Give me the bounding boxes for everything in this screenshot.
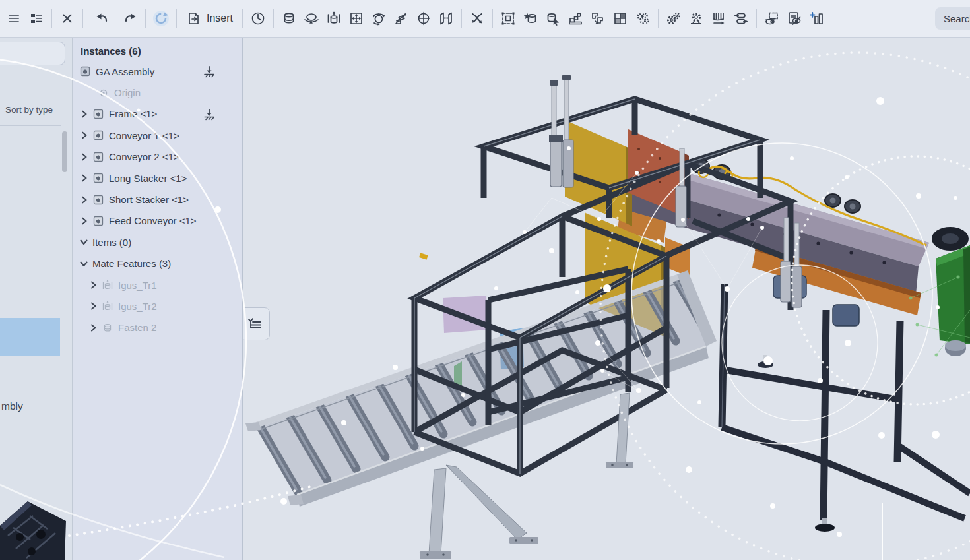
path-relation-icon[interactable]: [466, 5, 488, 32]
revolute-mate-icon[interactable]: [300, 5, 323, 32]
pattern-icon[interactable]: [587, 5, 609, 32]
tree-item-label: Frame <1>: [109, 108, 157, 119]
tree-item-conveyor2[interactable]: Conveyor 2 <1>: [73, 146, 242, 168]
instances-panel: Instances (6) GA Assembly Origin Frame <…: [73, 38, 243, 560]
planar-mate-icon[interactable]: [345, 5, 368, 32]
chevron-down-icon[interactable]: [78, 258, 90, 270]
gears-cluster-icon[interactable]: [631, 5, 654, 32]
chevron-right-icon[interactable]: [78, 172, 90, 184]
mate-item-fasten2[interactable]: Fasten 2: [73, 317, 242, 338]
toolbar-separator: [658, 9, 659, 28]
gear-relation-icon[interactable]: [663, 5, 685, 32]
toolbar-separator: [51, 9, 52, 28]
update-icon[interactable]: [150, 5, 172, 32]
mate-item-label: Igus_Tr1: [118, 280, 157, 291]
tree-item-short-stacker[interactable]: Short Stacker <1>: [73, 189, 242, 210]
toolbar-separator: [242, 9, 243, 28]
tree-item-label: GA Assembly: [96, 66, 154, 77]
tree-item-conveyor1[interactable]: Conveyor 1 <1>: [73, 125, 242, 146]
slider-mate-icon[interactable]: [390, 5, 412, 32]
tangent-mate-icon[interactable]: [435, 5, 457, 32]
chevron-right-icon[interactable]: [78, 108, 90, 120]
group-icon[interactable]: [497, 5, 519, 32]
dialog-filter-box[interactable]: [0, 42, 65, 65]
undo-icon[interactable]: [91, 5, 113, 32]
search-input[interactable]: Search: [935, 7, 970, 30]
tree-item-label: Conveyor 1 <1>: [109, 130, 179, 141]
mate-features-section[interactable]: Mate Features (3): [73, 253, 242, 274]
grounded-icon: [203, 65, 216, 78]
add-parts-icon[interactable]: [806, 5, 828, 32]
insert-dialog-panel: Sort by type mbly: [0, 38, 73, 560]
tree-item-label: Short Stacker <1>: [109, 194, 189, 205]
fastened-mate-icon[interactable]: [278, 5, 300, 32]
linear-relation-icon[interactable]: [730, 5, 752, 32]
chevron-right-icon[interactable]: [78, 194, 90, 206]
insert-label: Insert: [207, 13, 233, 24]
selected-list-item[interactable]: [0, 318, 60, 356]
tree-item-feed-conveyor[interactable]: Feed Conveyor <1>: [73, 210, 242, 232]
search-label: Search: [944, 13, 970, 24]
tree-item-long-stacker[interactable]: Long Stacker <1>: [73, 168, 242, 189]
part-thumbnail[interactable]: [0, 496, 73, 560]
chevron-down-icon[interactable]: [78, 236, 90, 248]
chevron-right-icon[interactable]: [87, 279, 99, 291]
cylindrical-mate-icon: [102, 300, 113, 312]
chevron-right-icon[interactable]: [78, 215, 90, 227]
screw-relation-icon[interactable]: [707, 5, 730, 32]
replicate-icon[interactable]: [564, 5, 587, 32]
dialog-divider: [0, 452, 73, 452]
section-view-icon[interactable]: [761, 5, 783, 32]
cylindrical-mate-icon[interactable]: [323, 5, 345, 32]
list-view-icon[interactable]: [3, 5, 25, 32]
tree-collapse-handle[interactable]: [240, 307, 270, 340]
display-states-icon[interactable]: [783, 5, 806, 32]
instances-header: Instances (6): [73, 44, 242, 61]
sort-by-type-label: Sort by type: [5, 105, 53, 115]
toolbar-separator: [492, 9, 493, 28]
star-part-icon[interactable]: [519, 5, 542, 32]
tree-item-frame[interactable]: Frame <1>: [73, 104, 242, 125]
dialog-scrollbar[interactable]: [61, 127, 69, 560]
transform-icon[interactable]: [542, 5, 564, 32]
toolbar-separator: [176, 9, 177, 28]
tree-view-icon[interactable]: [25, 5, 48, 32]
bom-table-icon[interactable]: [609, 5, 631, 32]
insert-button[interactable]: Insert: [181, 5, 238, 32]
tree-item-origin[interactable]: Origin: [73, 82, 242, 103]
toolbar-separator: [82, 9, 83, 28]
subassembly-icon: [92, 215, 104, 227]
mate-item-label: Fasten 2: [118, 322, 156, 333]
mate-icon[interactable]: [247, 5, 269, 32]
subassembly-icon: [92, 129, 104, 141]
chevron-right-icon[interactable]: [87, 300, 99, 312]
section-label: Items (0): [92, 237, 131, 248]
tree-item-label: Conveyor 2 <1>: [109, 151, 179, 162]
scrollbar-thumb[interactable]: [62, 131, 67, 172]
subassembly-icon: [92, 151, 104, 163]
chevron-right-icon[interactable]: [78, 129, 90, 141]
chevron-right-icon[interactable]: [87, 322, 99, 334]
tree-item-ga-assembly[interactable]: GA Assembly: [73, 61, 242, 82]
chevron-right-icon[interactable]: [78, 151, 90, 163]
cylindrical-mate-icon: [102, 279, 113, 291]
subassembly-icon: [92, 108, 104, 120]
ball-mate-icon[interactable]: [368, 5, 390, 32]
subassembly-icon: [92, 172, 104, 184]
close-icon[interactable]: [56, 5, 79, 32]
machine-gear-icon[interactable]: [685, 5, 707, 32]
mate-item-igus-tr1[interactable]: Igus_Tr1: [73, 274, 242, 296]
dialog-divider: [0, 125, 61, 126]
tree-item-label: Long Stacker <1>: [109, 173, 187, 184]
tree-item-label: Feed Conveyor <1>: [109, 215, 197, 226]
subassembly-icon: [92, 194, 104, 206]
items-section[interactable]: Items (0): [73, 232, 242, 253]
redo-icon[interactable]: [119, 5, 141, 32]
mate-item-igus-tr2[interactable]: Igus_Tr2: [73, 296, 242, 317]
assembly-toolbar: Insert: [0, 0, 970, 38]
toolbar-separator: [145, 9, 146, 28]
assembly-icon: [79, 65, 91, 77]
toolbar-separator: [461, 9, 462, 28]
pin-slot-mate-icon[interactable]: [412, 5, 435, 32]
tree-list-icon: [246, 315, 263, 332]
